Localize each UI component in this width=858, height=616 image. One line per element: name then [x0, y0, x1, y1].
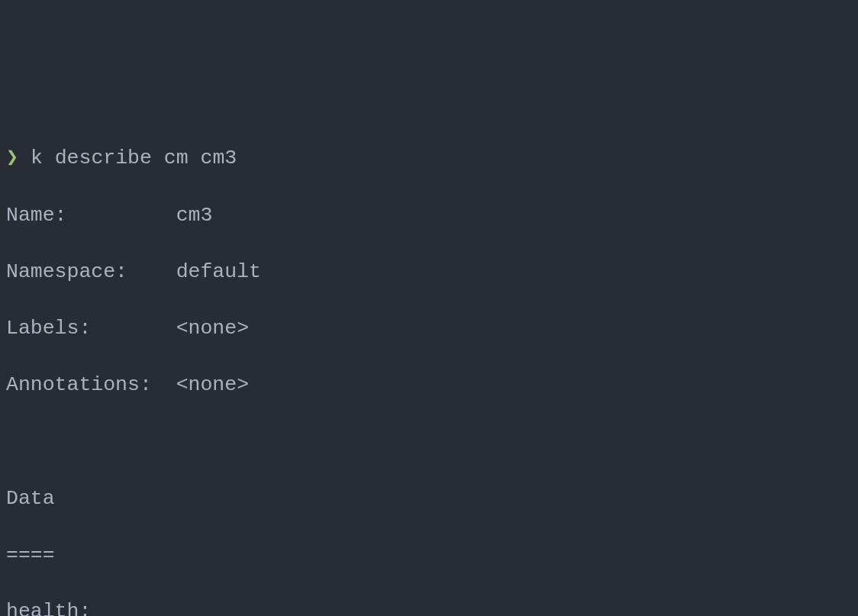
namespace-value: default	[176, 260, 261, 283]
header-labels-line: Labels: <none>	[6, 314, 852, 343]
labels-label: Labels:	[6, 317, 91, 340]
labels-value: <none>	[176, 317, 249, 340]
header-name-line: Name: cm3	[6, 202, 852, 230]
entry-key: health:	[6, 598, 852, 616]
header-annotations-line: Annotations: <none>	[6, 371, 852, 399]
annotations-label: Annotations:	[6, 373, 152, 396]
namespace-label: Namespace:	[6, 260, 127, 283]
prompt-symbol: ❯	[6, 147, 18, 169]
annotations-value: <none>	[176, 373, 249, 396]
name-label: Name:	[6, 204, 67, 227]
blank-line	[6, 427, 852, 456]
data-separator: ====	[6, 541, 852, 569]
command-text: k describe cm cm3	[31, 147, 237, 169]
header-namespace-line: Namespace: default	[6, 258, 852, 286]
command-line[interactable]: ❯ k describe cm cm3	[6, 144, 852, 173]
name-value: cm3	[176, 204, 213, 227]
data-title: Data	[6, 485, 852, 513]
